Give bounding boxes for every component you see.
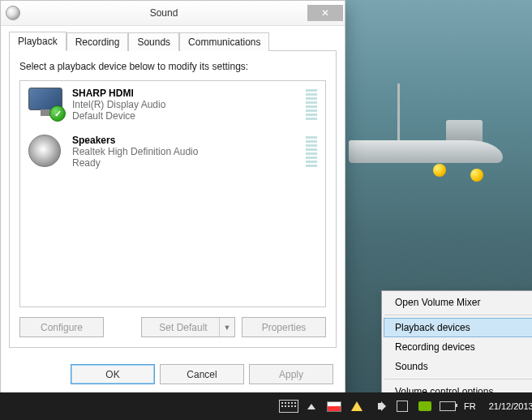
titlebar[interactable]: Sound ✕ — [1, 1, 345, 26]
device-info: SHARP HDMI Intel(R) Display Audio Defaul… — [72, 88, 298, 122]
volume-icon[interactable] — [370, 396, 389, 416]
close-icon: ✕ — [321, 7, 329, 19]
menu-recording-devices[interactable]: Recording devices — [384, 337, 532, 357]
monitor-icon: ✓ — [28, 88, 64, 120]
speaker-icon — [28, 135, 64, 167]
device-name: Speakers — [72, 135, 298, 146]
device-status: Default Device — [72, 110, 298, 122]
chevron-down-icon[interactable]: ▼ — [219, 318, 234, 336]
device-info: Speakers Realtek High Definition Audio R… — [72, 135, 298, 169]
dialog-body: Playback Recording Sounds Communications… — [1, 26, 345, 356]
google-drive-icon[interactable] — [347, 396, 367, 416]
set-default-label: Set Default — [159, 322, 207, 333]
menu-playback-devices[interactable]: Playback devices — [384, 318, 532, 337]
default-check-icon: ✓ — [49, 105, 66, 122]
menu-open-volume-mixer[interactable]: Open Volume Mixer — [384, 293, 532, 312]
tab-recording[interactable]: Recording — [66, 32, 129, 51]
device-sub: Intel(R) Display Audio — [72, 99, 298, 110]
window-title: Sound — [20, 7, 307, 19]
properties-button[interactable]: Properties — [242, 317, 326, 337]
desktop: Sound ✕ Playback Recording Sounds Commun… — [0, 0, 532, 420]
buoy-graphic — [470, 169, 483, 182]
buoy-graphic — [433, 164, 446, 177]
volume-context-menu: Open Volume Mixer Playback devices Recor… — [381, 290, 532, 404]
taskbar-date[interactable]: 21/12/2013 — [483, 401, 532, 411]
device-item[interactable]: Speakers Realtek High Definition Audio R… — [20, 128, 325, 175]
device-item[interactable]: ✓ SHARP HDMI Intel(R) Display Audio Defa… — [20, 81, 325, 128]
boat-graphic — [349, 116, 519, 169]
flag-icon[interactable] — [324, 396, 344, 416]
device-action-row: Configure Set Default ▼ Properties — [19, 317, 326, 337]
set-default-button[interactable]: Set Default ▼ — [141, 317, 235, 337]
level-meter-icon — [306, 135, 317, 167]
playback-device-list[interactable]: ✓ SHARP HDMI Intel(R) Display Audio Defa… — [19, 80, 326, 307]
tabstrip: Playback Recording Sounds Communications — [9, 32, 337, 51]
sound-sysicon — [6, 6, 20, 20]
dialog-footer: OK Cancel Apply — [1, 356, 345, 396]
tab-playback[interactable]: Playback — [9, 32, 66, 51]
nvidia-icon[interactable] — [415, 396, 435, 416]
ok-button[interactable]: OK — [71, 364, 155, 384]
taskbar: FR 21/12/2013 — [0, 392, 532, 420]
cancel-button[interactable]: Cancel — [160, 364, 244, 384]
menu-separator — [384, 315, 532, 315]
close-button[interactable]: ✕ — [307, 5, 343, 21]
keyboard-icon[interactable] — [279, 396, 298, 416]
device-name: SHARP HDMI — [72, 88, 298, 99]
tray-overflow-icon[interactable] — [302, 396, 321, 416]
sound-dialog: Sound ✕ Playback Recording Sounds Commun… — [0, 0, 345, 396]
menu-sounds[interactable]: Sounds — [384, 357, 532, 376]
tab-sounds[interactable]: Sounds — [128, 32, 179, 51]
apply-button[interactable]: Apply — [249, 364, 333, 384]
language-indicator[interactable]: FR — [457, 401, 483, 411]
tab-page-playback: Select a playback device below to modify… — [9, 50, 337, 348]
battery-icon[interactable] — [438, 396, 457, 416]
configure-button[interactable]: Configure — [19, 317, 104, 337]
instruction-text: Select a playback device below to modify… — [19, 61, 326, 72]
window-icon[interactable] — [393, 396, 412, 416]
menu-separator — [384, 379, 532, 379]
device-status: Ready — [72, 157, 298, 169]
tab-communications[interactable]: Communications — [179, 32, 269, 51]
level-meter-icon — [306, 88, 317, 120]
device-sub: Realtek High Definition Audio — [72, 146, 298, 157]
